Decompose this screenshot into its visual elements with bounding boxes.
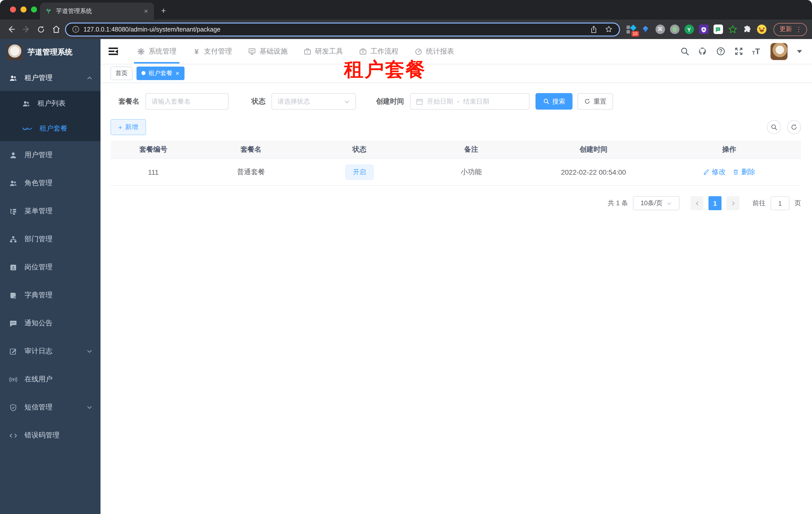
- sidebar-item-role-management[interactable]: 角色管理: [0, 169, 100, 197]
- sidebar-item-notice[interactable]: 通知公告: [0, 309, 100, 337]
- sidebar-item-error-code[interactable]: 错误码管理: [0, 422, 100, 450]
- sidebar-item-sms-management[interactable]: 短信管理: [0, 394, 100, 422]
- dot-extension-icon[interactable]: [669, 24, 679, 34]
- toggle-search-button[interactable]: [767, 120, 781, 134]
- window-zoom-button[interactable]: [31, 6, 37, 12]
- avatar[interactable]: [771, 43, 787, 60]
- page-unit: 页: [794, 199, 801, 208]
- shield-extension-icon[interactable]: [698, 24, 708, 34]
- audit-log-icon: [9, 347, 18, 356]
- date-range-picker[interactable]: 开始日期 - 结束日期: [410, 93, 529, 110]
- sidebar-logo[interactable]: 芋道管理系统: [0, 39, 100, 65]
- sidebar-item-label: 角色管理: [25, 179, 92, 188]
- sidebar-item-dict-management[interactable]: 字典管理: [0, 281, 100, 309]
- sidebar-item-user-management[interactable]: 用户管理: [0, 141, 100, 169]
- back-icon[interactable]: [5, 25, 17, 34]
- sidebar-item-online-users[interactable]: 在线用户: [0, 366, 100, 394]
- sidebar-item-menu-management[interactable]: 菜单管理: [0, 197, 100, 225]
- end-date-placeholder[interactable]: 结束日期: [463, 97, 489, 106]
- info-icon[interactable]: [72, 26, 80, 33]
- add-button[interactable]: + 新增: [111, 119, 146, 135]
- cell-package-name: 普通套餐: [196, 167, 306, 177]
- sidebar-item-label: 在线用户: [25, 375, 92, 384]
- window-minimize-button[interactable]: [21, 6, 27, 12]
- nav-item-infrastructure[interactable]: 基础设施: [242, 39, 293, 63]
- sidebar: 芋道管理系统 租户管理 租户列表 租户套餐: [0, 39, 100, 514]
- add-button-label: 新增: [125, 123, 138, 132]
- sidebar-item-tenant-management[interactable]: 租户管理: [0, 65, 100, 91]
- red-annotation-text: 租户套餐: [344, 56, 426, 83]
- url-bar[interactable]: 127.0.0.1:48080/admin-ui/system/tenant/p…: [65, 22, 620, 36]
- search-icon[interactable]: [680, 47, 690, 56]
- collapse-sidebar-icon[interactable]: [109, 48, 118, 55]
- nav-item-system[interactable]: 系统管理: [131, 39, 182, 63]
- sidebar-item-tenant-package[interactable]: 租户套餐: [0, 116, 100, 141]
- new-tab-button[interactable]: +: [161, 6, 166, 16]
- search-button-label: 搜索: [552, 97, 565, 106]
- bookmark-star-icon[interactable]: [605, 25, 613, 33]
- status-select[interactable]: 请选择状态: [271, 93, 356, 110]
- extension-badge: 10: [631, 31, 639, 36]
- url-text[interactable]: 127.0.0.1:48080/admin-ui/system/tenant/p…: [84, 26, 586, 33]
- goto-page-input[interactable]: [771, 196, 789, 210]
- star-extension-icon[interactable]: [727, 24, 737, 34]
- start-date-placeholder[interactable]: 开始日期: [427, 97, 453, 106]
- sidebar-item-label: 用户管理: [25, 151, 92, 160]
- tag-tenant-package[interactable]: 租户套餐 ×: [137, 66, 184, 80]
- command-extension-icon[interactable]: ⌘: [655, 24, 665, 34]
- sidebar-item-audit-log[interactable]: 审计日志: [0, 337, 100, 366]
- y-extension-icon[interactable]: Y: [684, 24, 694, 34]
- nav-item-dev-tools[interactable]: 研发工具: [297, 39, 349, 63]
- page-number-current[interactable]: 1: [708, 196, 722, 210]
- package-name-input[interactable]: [145, 93, 229, 110]
- nav-label: 支付管理: [204, 47, 232, 56]
- delete-link[interactable]: 删除: [733, 167, 755, 177]
- edit-link[interactable]: 修改: [703, 167, 726, 177]
- tab-close-icon[interactable]: ×: [143, 7, 149, 15]
- refresh-table-button[interactable]: [787, 120, 801, 134]
- browser-tab[interactable]: 芋道管理系统 ×: [40, 2, 154, 20]
- reset-button-label: 重置: [593, 97, 607, 106]
- nav-item-payment[interactable]: ¥ 支付管理: [186, 39, 238, 63]
- page-size-select[interactable]: 10条/页: [633, 196, 679, 210]
- toolbox-icon: [303, 47, 312, 55]
- tag-home[interactable]: 首页: [111, 66, 133, 80]
- fullscreen-icon[interactable]: [734, 47, 744, 56]
- chevron-left-icon: [694, 200, 700, 206]
- roles-icon: [9, 179, 18, 187]
- window-close-button[interactable]: [10, 6, 16, 12]
- next-page-button[interactable]: [726, 196, 740, 210]
- app-title: 芋道管理系统: [28, 47, 72, 57]
- package-name-label: 套餐名: [118, 97, 140, 106]
- refresh-icon: [584, 98, 590, 105]
- sidebar-item-dept-management[interactable]: 部门管理: [0, 225, 100, 253]
- puzzle-extension-icon[interactable]: [742, 24, 752, 34]
- browser-update-button[interactable]: 更新 ⋮: [774, 23, 807, 36]
- font-size-icon[interactable]: TT: [752, 47, 760, 55]
- package-name-field[interactable]: [151, 98, 223, 105]
- sidebar-submenu-tenant: 租户列表 租户套餐: [0, 91, 100, 141]
- gem-extension-icon[interactable]: [640, 24, 650, 34]
- tag-close-icon[interactable]: ×: [175, 69, 179, 77]
- reset-button[interactable]: 重置: [578, 93, 613, 110]
- status-badge: 开启: [346, 164, 374, 180]
- sidebar-item-post-management[interactable]: 岗位管理: [0, 253, 100, 281]
- home-icon[interactable]: [50, 25, 62, 34]
- sidebar-item-tenant-list[interactable]: 租户列表: [0, 91, 100, 116]
- diamond-extension-icon[interactable]: 10: [626, 24, 636, 34]
- reload-icon[interactable]: [35, 25, 47, 34]
- chat-extension-icon[interactable]: [713, 24, 723, 34]
- refresh-icon: [790, 124, 798, 131]
- search-button[interactable]: 搜索: [535, 93, 573, 110]
- browser-menu-icon[interactable]: ⋮: [795, 26, 802, 33]
- prev-page-button[interactable]: [691, 196, 703, 210]
- edit-label: 修改: [712, 167, 726, 177]
- emoji-extension-icon[interactable]: [756, 24, 766, 34]
- table-row[interactable]: 111 普通套餐 开启 小功能 2022-02-22 00:54:00 修改: [111, 159, 801, 186]
- github-icon[interactable]: [698, 47, 707, 56]
- help-icon[interactable]: [716, 47, 725, 56]
- chevron-down-icon: [87, 404, 92, 410]
- share-icon[interactable]: [590, 25, 598, 33]
- forward-icon[interactable]: [20, 25, 32, 34]
- avatar-caret-icon[interactable]: [797, 50, 802, 53]
